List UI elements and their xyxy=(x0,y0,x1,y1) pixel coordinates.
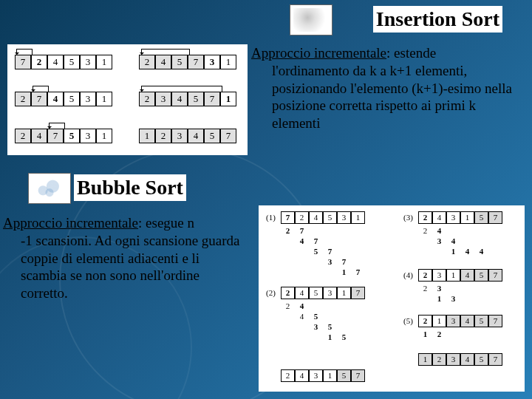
cell: 1 xyxy=(96,129,112,143)
p: 3 xyxy=(446,294,460,303)
bub-label-4: (4) xyxy=(403,270,413,279)
cell: 5 xyxy=(204,129,220,143)
cell: 4 xyxy=(155,55,171,69)
bcell: 5 xyxy=(309,287,323,299)
insertion-title: Insertion Sort xyxy=(373,6,502,33)
bcell: 1 xyxy=(432,315,446,327)
cell: 5 xyxy=(188,92,204,106)
p: 4 xyxy=(432,226,446,235)
p: 7 xyxy=(337,257,351,266)
p: 1 xyxy=(323,332,337,341)
bcell: 7 xyxy=(281,211,295,224)
bcell: 2 xyxy=(418,269,432,282)
insertion-body: l'ordinamento da k a k+1 elementi, posiz… xyxy=(272,62,528,132)
bubble-rest-1: : esegue n xyxy=(138,215,194,231)
cell: 7 xyxy=(188,55,204,69)
insertion-diagram: 7 2 4 5 3 1 2 4 5 7 3 1 2 7 4 5 3 1 2 3 … xyxy=(7,44,248,155)
p: 2 xyxy=(281,301,295,310)
bcell: 4 xyxy=(460,353,474,366)
bcell: 3 xyxy=(432,269,446,282)
cell: 2 xyxy=(155,129,171,143)
p: 1 xyxy=(446,247,460,256)
p: 3 xyxy=(432,236,446,245)
bcell: 7 xyxy=(488,353,502,366)
cell: 2 xyxy=(15,129,31,143)
insertion-logo xyxy=(290,4,332,35)
p: 3 xyxy=(323,257,337,266)
bubble-body: -1 scansioni. Ad ogni scansione guarda c… xyxy=(21,232,248,302)
bcell: 3 xyxy=(337,211,351,224)
p: 1 xyxy=(337,267,351,276)
bcell: 4 xyxy=(295,369,309,382)
bcell: 2 xyxy=(418,211,432,224)
cell: 4 xyxy=(188,129,204,143)
cell: 4 xyxy=(47,92,64,106)
bcell: 7 xyxy=(351,369,365,382)
p: 7 xyxy=(323,247,337,256)
bcell: 3 xyxy=(323,287,337,299)
bcell: 1 xyxy=(446,269,460,282)
cell: 4 xyxy=(47,55,64,69)
p: 4 xyxy=(474,247,488,256)
bcell: 4 xyxy=(460,315,474,327)
cell: 7 xyxy=(204,92,220,106)
p: 5 xyxy=(309,247,323,256)
p: 5 xyxy=(323,322,337,331)
bubble-lead: Approccio incrementale xyxy=(3,215,138,231)
cell: 5 xyxy=(171,55,188,69)
p: 2 xyxy=(418,284,432,293)
bcell: 5 xyxy=(337,369,351,382)
bcell: 7 xyxy=(351,287,365,299)
p: 7 xyxy=(309,236,323,245)
p: 5 xyxy=(337,332,351,341)
cell: 3 xyxy=(171,129,188,143)
bubble-logo xyxy=(28,173,71,204)
bcell: 2 xyxy=(418,315,432,327)
cell: 3 xyxy=(80,129,96,143)
bcell: 3 xyxy=(446,315,460,327)
insertion-lead: Approccio incrementale xyxy=(251,45,386,61)
p xyxy=(460,247,474,256)
bcell: 4 xyxy=(460,269,474,282)
p: 1 xyxy=(418,330,432,338)
bcell: 5 xyxy=(323,211,337,224)
p: 2 xyxy=(281,226,295,235)
cell: 2 xyxy=(15,92,31,106)
bcell: 4 xyxy=(295,287,309,299)
bcell: 3 xyxy=(446,211,460,224)
bcell: 4 xyxy=(309,211,323,224)
cell: 2 xyxy=(139,92,155,106)
bcell: 5 xyxy=(474,211,488,224)
bcell: 2 xyxy=(281,369,295,382)
cell: 3 xyxy=(204,55,220,69)
cell: 1 xyxy=(96,92,112,106)
p: 7 xyxy=(351,267,365,276)
cell: 5 xyxy=(64,129,80,143)
bub-label-1: (1) xyxy=(266,213,276,222)
cell: 1 xyxy=(96,55,112,69)
cell: 7 xyxy=(15,55,31,69)
p: 7 xyxy=(295,226,309,235)
bcell: 1 xyxy=(337,287,351,299)
p: 4 xyxy=(446,236,460,245)
bcell: 1 xyxy=(323,369,337,382)
bcell: 5 xyxy=(474,315,488,327)
p: 4 xyxy=(295,236,309,245)
bcell: 2 xyxy=(295,211,309,224)
cell: 3 xyxy=(80,92,96,106)
p: 4 xyxy=(295,301,309,310)
p: 2 xyxy=(418,226,432,235)
p: 3 xyxy=(432,284,446,293)
cell: 1 xyxy=(139,129,155,143)
p: 2 xyxy=(432,330,446,338)
bub-label-5: (5) xyxy=(403,316,413,325)
cell: 3 xyxy=(80,55,96,69)
cell: 4 xyxy=(171,92,188,106)
bub-label-3: (3) xyxy=(403,213,413,222)
cell: 1 xyxy=(220,92,236,106)
bcell: 1 xyxy=(351,211,365,224)
bubble-description: Approccio incrementale: esegue n -1 scan… xyxy=(3,214,248,302)
insertion-rest: : estende xyxy=(386,45,436,61)
cell: 7 xyxy=(220,129,236,143)
cell: 5 xyxy=(64,92,80,106)
